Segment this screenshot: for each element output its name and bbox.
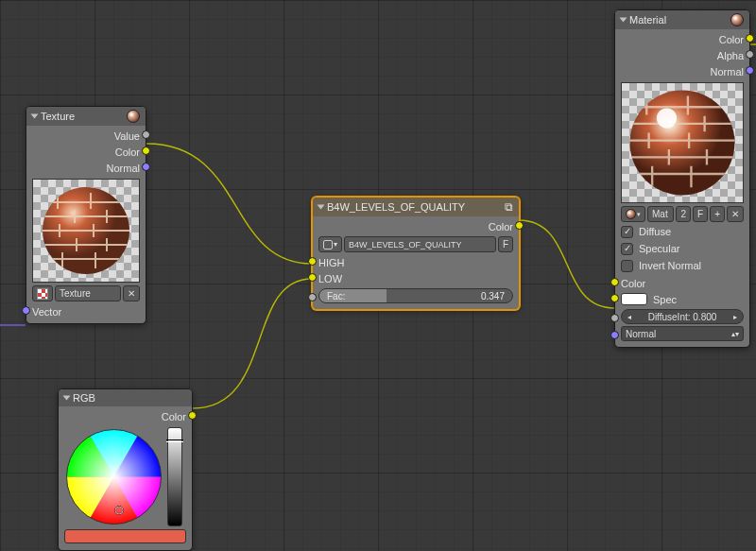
output-label-alpha: Alpha xyxy=(717,50,744,61)
socket-spec-in[interactable] xyxy=(610,294,619,302)
output-label-color: Color xyxy=(162,411,186,422)
collapse-icon[interactable] xyxy=(318,205,325,210)
socket-color-out[interactable] xyxy=(188,411,197,420)
group-node-header[interactable]: B4W_LEVELS_OF_QUALITY ⧉ xyxy=(313,198,519,216)
socket-diffuseint-in[interactable] xyxy=(610,314,619,322)
material-preview xyxy=(621,82,744,203)
socket-normal-in[interactable] xyxy=(610,331,619,339)
output-label-normal: Normal xyxy=(711,66,744,77)
input-label-high: HIGH xyxy=(318,257,345,268)
material-node-header[interactable]: Material xyxy=(615,10,749,29)
collapse-icon[interactable] xyxy=(620,18,627,23)
svg-point-2 xyxy=(67,430,162,525)
socket-normal-out[interactable] xyxy=(746,66,754,75)
material-name-field[interactable]: Mat xyxy=(647,206,674,222)
invert-normal-checkbox[interactable] xyxy=(621,260,633,272)
fac-label: Fac: xyxy=(327,291,345,301)
spec-color-swatch[interactable] xyxy=(621,293,647,305)
socket-normal-out[interactable] xyxy=(142,163,150,171)
input-label-vector: Vector xyxy=(32,306,61,318)
texture-name-field[interactable]: Texture xyxy=(55,285,121,301)
socket-fac-in[interactable] xyxy=(308,293,317,301)
input-label-low: LOW xyxy=(318,273,342,284)
texture-node[interactable]: Texture Value Color Normal Texture xyxy=(26,106,146,324)
diffuse-int-field[interactable]: ◂ DiffuseInt: 0.800 ▸ xyxy=(621,309,744,324)
fac-slider[interactable]: Fac: 0.347 xyxy=(318,288,513,303)
unlink-material-button[interactable]: ✕ xyxy=(727,206,744,222)
material-users[interactable]: 2 xyxy=(676,206,691,222)
node-title: B4W_LEVELS_OF_QUALITY xyxy=(327,201,465,213)
svg-point-8 xyxy=(657,108,677,128)
fac-value: 0.347 xyxy=(481,291,505,301)
group-browse-icon[interactable]: ▾ xyxy=(318,236,342,252)
diffuse-checkbox[interactable] xyxy=(621,226,633,238)
fake-user-button[interactable]: F xyxy=(498,236,513,252)
node-title: RGB xyxy=(73,392,95,404)
texture-clear-button[interactable]: ✕ xyxy=(123,285,140,301)
input-label-color: Color xyxy=(621,278,645,289)
collapse-icon[interactable] xyxy=(31,114,39,119)
texture-type-icon[interactable] xyxy=(32,285,53,301)
invert-normal-label: Invert Normal xyxy=(639,260,701,271)
output-label-color: Color xyxy=(719,34,744,45)
material-browse-icon[interactable]: ▾ xyxy=(621,206,645,222)
output-label-value: Value xyxy=(114,130,140,142)
socket-color-in[interactable] xyxy=(610,278,619,286)
input-label-spec: Spec xyxy=(653,294,677,305)
socket-high-in[interactable] xyxy=(308,257,317,266)
socket-color-out[interactable] xyxy=(746,34,754,43)
material-node[interactable]: Material Color Alpha Normal ▾ Mat xyxy=(614,9,750,348)
normal-dropdown[interactable]: Normal▴▾ xyxy=(621,326,744,341)
node-title: Texture xyxy=(41,111,75,122)
preview-toggle-icon[interactable] xyxy=(127,110,140,123)
output-label-color: Color xyxy=(115,146,140,158)
socket-value-out[interactable] xyxy=(142,130,150,139)
collapse-icon[interactable] xyxy=(63,396,71,401)
socket-low-in[interactable] xyxy=(308,273,317,282)
socket-color-out[interactable] xyxy=(515,221,524,230)
rgb-node-header[interactable]: RGB xyxy=(59,389,192,406)
levels-of-quality-node[interactable]: B4W_LEVELS_OF_QUALITY ⧉ Color ▾ B4W_LEVE… xyxy=(312,197,520,310)
add-material-button[interactable]: + xyxy=(710,206,725,222)
color-wheel[interactable] xyxy=(64,427,163,526)
socket-color-out[interactable] xyxy=(142,146,150,155)
specular-checkbox[interactable] xyxy=(621,243,633,255)
preview-toggle-icon[interactable] xyxy=(730,13,744,26)
output-label-color: Color xyxy=(489,221,513,232)
value-slider[interactable] xyxy=(167,427,182,526)
output-label-normal: Normal xyxy=(107,163,140,174)
edit-group-icon[interactable]: ⧉ xyxy=(505,200,513,214)
fake-user-button[interactable]: F xyxy=(693,206,708,222)
texture-node-header[interactable]: Texture xyxy=(26,107,146,126)
rgb-node[interactable]: RGB Color xyxy=(58,388,193,551)
socket-alpha-out[interactable] xyxy=(746,50,754,59)
group-name-field[interactable]: B4W_LEVELS_OF_QUALITY xyxy=(344,236,496,252)
texture-preview xyxy=(32,179,140,283)
result-color-swatch[interactable] xyxy=(64,529,186,543)
specular-label: Specular xyxy=(639,243,679,254)
diffuse-label: Diffuse xyxy=(639,226,671,237)
node-title: Material xyxy=(629,14,666,26)
socket-vector-in[interactable] xyxy=(22,306,30,315)
